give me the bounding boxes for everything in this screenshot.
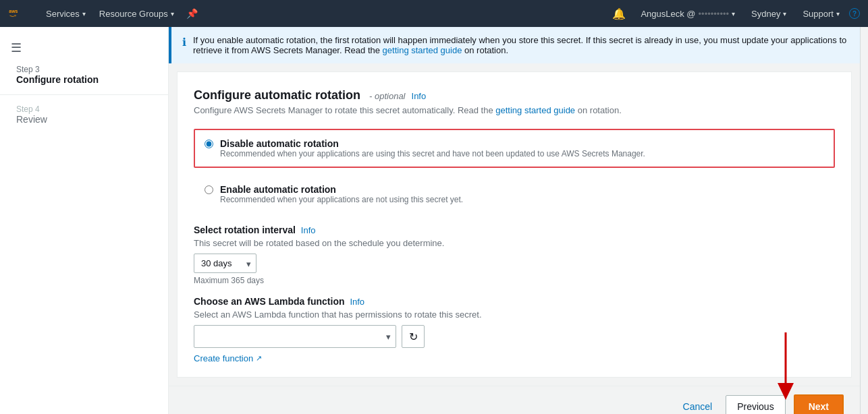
rotation-interval-section: Select rotation interval Info This secre… — [194, 225, 835, 285]
user-label: AngusLeck @ — [641, 9, 695, 19]
enable-rotation-desc: Recommended when your applications are n… — [220, 195, 463, 204]
support-label: Support — [803, 9, 834, 19]
rotation-interval-select[interactable]: 30 days 60 days 90 days 180 days 365 day… — [194, 254, 256, 273]
refresh-lambda-button[interactable]: ↻ — [402, 325, 425, 348]
help-circle-icon[interactable]: ? — [849, 8, 860, 19]
panel-info-link[interactable]: Info — [412, 91, 427, 101]
region-label: Sydney — [751, 9, 780, 19]
resource-groups-nav-button[interactable]: Resource Groups ▾ — [92, 0, 181, 27]
info-banner-text: If you enable automatic rotation, the fi… — [193, 35, 849, 55]
user-account-mask: •••••••••• — [699, 9, 730, 19]
step3-label: Configure rotation — [16, 74, 152, 85]
panel-subtitle: Configure AWS Secrets Manager to rotate … — [194, 105, 835, 115]
configure-rotation-panel: Configure automatic rotation - optional … — [177, 71, 852, 378]
footer-bar: Cancel Previous Next — [169, 386, 860, 414]
lambda-input-row: ↻ — [194, 325, 835, 348]
resource-groups-caret-icon: ▾ — [171, 10, 174, 18]
support-button[interactable]: Support ▾ — [796, 0, 846, 27]
disable-rotation-label: Disable automatic rotation — [220, 138, 645, 149]
step3-number: Step 3 — [16, 65, 152, 74]
disable-rotation-desc: Recommended when your applications are u… — [220, 149, 645, 158]
disable-rotation-option[interactable]: Disable automatic rotation Recommended w… — [194, 129, 835, 168]
user-caret-icon: ▾ — [732, 10, 735, 18]
hamburger-menu-button[interactable]: ☰ — [0, 35, 168, 61]
sidebar: ☰ Step 3 Configure rotation Step 4 Revie… — [0, 27, 169, 414]
next-button[interactable]: Next — [794, 394, 844, 414]
optional-label: - optional — [369, 91, 405, 101]
lambda-title: Choose an AWS Lambda function Info — [194, 296, 835, 307]
top-navigation: aws Services ▾ Resource Groups ▾ 📌 🔔 Ang… — [0, 0, 868, 27]
external-link-icon: ↗ — [256, 354, 262, 363]
rotation-interval-desc: This secret will be rotated based on the… — [194, 238, 835, 248]
rotation-interval-hint: Maximum 365 days — [194, 276, 835, 285]
footer-arrow-wrapper: Cancel Previous Next — [169, 386, 860, 414]
disable-rotation-text: Disable automatic rotation Recommended w… — [220, 138, 645, 158]
lambda-title-text: Choose an AWS Lambda function — [194, 296, 345, 307]
bell-icon-button[interactable]: 🔔 — [607, 0, 631, 27]
info-banner-text-before: If you enable automatic rotation, the fi… — [193, 35, 846, 55]
enable-rotation-option[interactable]: Enable automatic rotation Recommended wh… — [194, 175, 835, 214]
panel-subtitle-after: on rotation. — [578, 105, 622, 115]
resource-groups-label: Resource Groups — [99, 9, 168, 19]
main-layout: ☰ Step 3 Configure rotation Step 4 Revie… — [0, 27, 868, 414]
panel-title: Configure automatic rotation - optional … — [194, 88, 835, 102]
enable-rotation-label: Enable automatic rotation — [220, 184, 463, 195]
pin-icon-button[interactable]: 📌 — [181, 0, 203, 27]
right-scrollbar — [860, 27, 868, 414]
sidebar-step-3: Step 3 Configure rotation — [0, 61, 168, 89]
lambda-desc: Select an AWS Lambda function that has p… — [194, 309, 835, 320]
info-banner-icon: ℹ — [182, 36, 186, 55]
region-button[interactable]: Sydney ▾ — [744, 0, 793, 27]
rotation-interval-info-link[interactable]: Info — [301, 225, 316, 235]
sidebar-divider — [0, 94, 168, 95]
create-function-link[interactable]: Create function ↗ — [194, 353, 262, 363]
support-caret-icon: ▾ — [836, 10, 840, 18]
cancel-button[interactable]: Cancel — [678, 397, 718, 414]
user-menu-button[interactable]: AngusLeck @ •••••••••• ▾ — [634, 0, 742, 27]
rotation-interval-title: Select rotation interval Info — [194, 225, 835, 235]
services-nav-button[interactable]: Services ▾ — [39, 0, 92, 27]
region-caret-icon: ▾ — [783, 10, 786, 18]
rotation-interval-select-wrapper: 30 days 60 days 90 days 180 days 365 day… — [194, 254, 256, 273]
step4-number: Step 4 — [16, 105, 152, 114]
lambda-select-wrapper — [194, 325, 396, 348]
rotation-interval-title-text: Select rotation interval — [194, 225, 296, 235]
previous-button[interactable]: Previous — [726, 395, 785, 414]
disable-rotation-radio[interactable] — [205, 140, 213, 148]
create-function-label: Create function — [194, 353, 253, 363]
services-label: Services — [46, 9, 80, 19]
lambda-info-link[interactable]: Info — [350, 297, 364, 307]
sidebar-step-4: Step 4 Review — [0, 100, 168, 129]
enable-rotation-text: Enable automatic rotation Recommended wh… — [220, 184, 463, 204]
step4-label: Review — [16, 114, 152, 125]
svg-text:aws: aws — [9, 9, 18, 13]
nav-right-section: 🔔 AngusLeck @ •••••••••• ▾ Sydney ▾ Supp… — [607, 0, 860, 27]
getting-started-link[interactable]: getting started guide — [495, 105, 575, 115]
lambda-select[interactable] — [194, 325, 396, 348]
info-banner-text-after: on rotation. — [464, 45, 508, 55]
info-banner-link[interactable]: getting started guide — [383, 45, 462, 55]
aws-logo[interactable]: aws — [8, 5, 34, 22]
lambda-section: Choose an AWS Lambda function Info Selec… — [194, 296, 835, 363]
panel-subtitle-before: Configure AWS Secrets Manager to rotate … — [194, 105, 493, 115]
info-banner: ℹ If you enable automatic rotation, the … — [169, 27, 860, 63]
services-caret-icon: ▾ — [82, 10, 86, 18]
panel-title-text: Configure automatic rotation — [194, 88, 360, 102]
content-area: ℹ If you enable automatic rotation, the … — [169, 27, 860, 414]
enable-rotation-radio[interactable] — [205, 185, 213, 194]
